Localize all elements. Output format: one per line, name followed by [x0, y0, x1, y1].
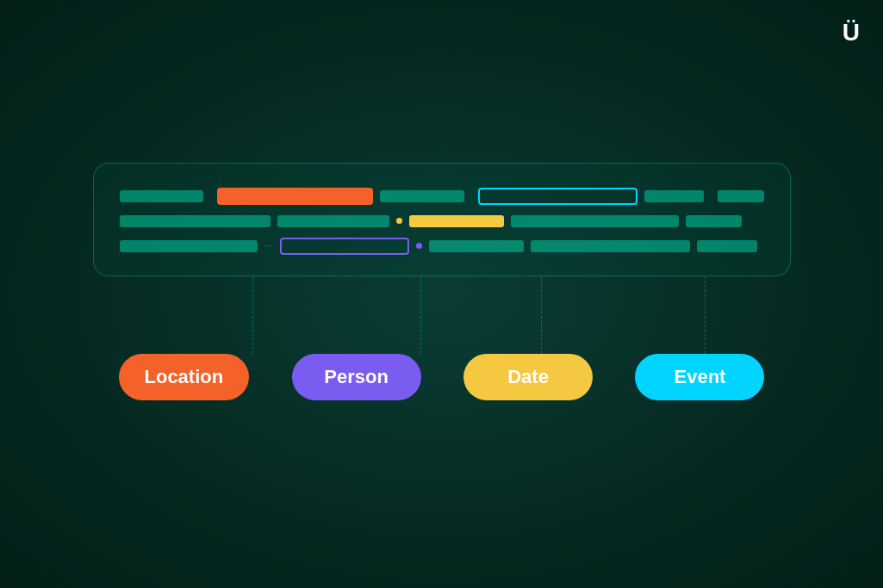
bar-yellow-highlight	[409, 215, 504, 227]
bar-teal-3	[644, 190, 703, 202]
label-event: Event	[635, 354, 764, 400]
label-location-text: Location	[145, 366, 224, 388]
bar-teal-2	[380, 190, 464, 202]
dot-purple	[416, 243, 422, 249]
dashed-line-event	[705, 276, 706, 354]
dashed-line-location	[252, 276, 253, 354]
bar-teal-8	[686, 215, 742, 227]
dot-yellow	[396, 218, 402, 224]
label-date: Date	[463, 354, 593, 400]
bar-row-3	[120, 238, 764, 255]
main-container: Location Person Date Event	[76, 163, 808, 400]
label-location: Location	[119, 354, 250, 400]
bar-orange-highlight	[217, 188, 373, 205]
logo: Ü	[843, 19, 859, 46]
bar-teal-7	[511, 215, 679, 227]
bar-row-2	[120, 215, 764, 227]
label-person: Person	[292, 354, 421, 400]
bar-teal-5	[120, 215, 270, 227]
label-date-text: Date	[507, 366, 549, 388]
h-dash-4	[264, 245, 273, 246]
logo-symbol: Ü	[843, 19, 859, 46]
dashed-line-person	[420, 276, 421, 354]
labels-row: Location Person Date Event	[119, 354, 765, 400]
connector-lines	[119, 276, 765, 354]
ner-card	[93, 163, 791, 276]
bar-cyan-highlight	[478, 188, 638, 205]
bar-teal-11	[531, 240, 690, 252]
label-person-text: Person	[324, 366, 389, 388]
bar-teal-10	[429, 240, 524, 252]
bar-row-1	[120, 188, 764, 205]
label-event-text: Event	[675, 366, 726, 388]
bar-teal-12	[697, 240, 757, 252]
bar-purple-highlight	[280, 238, 409, 255]
bar-teal-9	[120, 240, 258, 252]
bar-teal-4	[718, 190, 764, 202]
bar-teal-1	[120, 190, 204, 202]
dashed-line-date	[541, 276, 542, 354]
bar-teal-6	[277, 215, 389, 227]
